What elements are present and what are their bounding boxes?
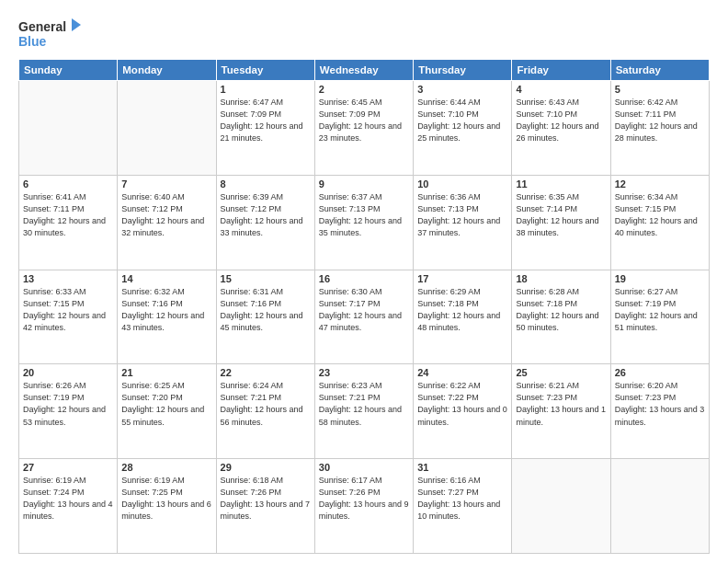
day-number: 14 [121, 273, 211, 284]
day-number: 12 [615, 178, 705, 190]
day-info: Sunrise: 6:34 AM Sunset: 7:15 PM Dayligh… [615, 191, 705, 239]
day-number: 15 [221, 273, 311, 284]
calendar-week-row: 27Sunrise: 6:19 AM Sunset: 7:24 PM Dayli… [19, 459, 710, 554]
col-header-saturday: Saturday [610, 60, 709, 81]
day-info: Sunrise: 6:19 AM Sunset: 7:25 PM Dayligh… [121, 475, 211, 523]
calendar-cell: 6Sunrise: 6:41 AM Sunset: 7:11 PM Daylig… [19, 175, 118, 270]
col-header-sunday: Sunday [19, 60, 118, 81]
calendar-cell [118, 81, 216, 176]
header: GeneralBlue [18, 17, 710, 52]
calendar-cell: 31Sunrise: 6:16 AM Sunset: 7:27 PM Dayli… [414, 459, 512, 554]
calendar-cell: 20Sunrise: 6:26 AM Sunset: 7:19 PM Dayli… [19, 364, 118, 459]
day-info: Sunrise: 6:20 AM Sunset: 7:23 PM Dayligh… [615, 380, 705, 428]
calendar-cell: 27Sunrise: 6:19 AM Sunset: 7:24 PM Dayli… [19, 459, 118, 554]
calendar-cell: 21Sunrise: 6:25 AM Sunset: 7:20 PM Dayli… [118, 364, 216, 459]
calendar-cell [512, 459, 610, 554]
day-number: 20 [23, 367, 113, 378]
logo-svg: GeneralBlue [18, 17, 83, 52]
day-info: Sunrise: 6:47 AM Sunset: 7:09 PM Dayligh… [221, 97, 311, 144]
calendar-week-row: 20Sunrise: 6:26 AM Sunset: 7:19 PM Dayli… [19, 364, 710, 459]
calendar-cell: 19Sunrise: 6:27 AM Sunset: 7:19 PM Dayli… [610, 270, 709, 364]
day-info: Sunrise: 6:41 AM Sunset: 7:11 PM Dayligh… [23, 191, 113, 239]
calendar-cell: 12Sunrise: 6:34 AM Sunset: 7:15 PM Dayli… [610, 175, 709, 270]
calendar-cell: 11Sunrise: 6:35 AM Sunset: 7:14 PM Dayli… [512, 175, 610, 270]
day-number: 31 [417, 462, 507, 473]
day-number: 9 [319, 178, 409, 190]
calendar-cell: 7Sunrise: 6:40 AM Sunset: 7:12 PM Daylig… [118, 175, 216, 270]
day-info: Sunrise: 6:26 AM Sunset: 7:19 PM Dayligh… [23, 380, 113, 428]
day-info: Sunrise: 6:39 AM Sunset: 7:12 PM Dayligh… [221, 191, 311, 239]
day-number: 8 [221, 178, 311, 190]
day-number: 26 [615, 367, 705, 378]
day-info: Sunrise: 6:32 AM Sunset: 7:16 PM Dayligh… [121, 286, 211, 334]
calendar-cell: 5Sunrise: 6:42 AM Sunset: 7:11 PM Daylig… [610, 81, 709, 176]
day-number: 16 [319, 273, 409, 284]
page: GeneralBlue SundayMondayTuesdayWednesday… [0, 0, 728, 563]
calendar-cell: 23Sunrise: 6:23 AM Sunset: 7:21 PM Dayli… [314, 364, 413, 459]
col-header-tuesday: Tuesday [216, 60, 314, 81]
calendar-cell: 1Sunrise: 6:47 AM Sunset: 7:09 PM Daylig… [216, 81, 314, 176]
day-number: 25 [516, 367, 606, 378]
calendar-header-row: SundayMondayTuesdayWednesdayThursdayFrid… [19, 60, 710, 81]
day-number: 21 [121, 367, 211, 378]
day-number: 2 [319, 84, 409, 95]
day-info: Sunrise: 6:25 AM Sunset: 7:20 PM Dayligh… [121, 380, 211, 428]
day-number: 18 [516, 273, 606, 284]
day-number: 13 [23, 273, 113, 284]
day-number: 28 [121, 462, 211, 473]
calendar-cell: 17Sunrise: 6:29 AM Sunset: 7:18 PM Dayli… [414, 270, 512, 364]
day-info: Sunrise: 6:21 AM Sunset: 7:23 PM Dayligh… [516, 380, 606, 428]
day-info: Sunrise: 6:37 AM Sunset: 7:13 PM Dayligh… [319, 191, 409, 239]
day-number: 6 [23, 178, 113, 190]
calendar-cell: 13Sunrise: 6:33 AM Sunset: 7:15 PM Dayli… [19, 270, 118, 364]
col-header-thursday: Thursday [414, 60, 512, 81]
day-info: Sunrise: 6:31 AM Sunset: 7:16 PM Dayligh… [221, 286, 311, 334]
day-info: Sunrise: 6:33 AM Sunset: 7:15 PM Dayligh… [23, 286, 113, 334]
day-info: Sunrise: 6:19 AM Sunset: 7:24 PM Dayligh… [23, 475, 113, 523]
day-number: 29 [221, 462, 311, 473]
logo: GeneralBlue [18, 17, 83, 52]
day-number: 4 [516, 84, 606, 95]
calendar-cell: 26Sunrise: 6:20 AM Sunset: 7:23 PM Dayli… [610, 364, 709, 459]
calendar-cell: 4Sunrise: 6:43 AM Sunset: 7:10 PM Daylig… [512, 81, 610, 176]
calendar-cell [610, 459, 709, 554]
day-info: Sunrise: 6:17 AM Sunset: 7:26 PM Dayligh… [319, 475, 409, 523]
day-number: 22 [221, 367, 311, 378]
day-info: Sunrise: 6:24 AM Sunset: 7:21 PM Dayligh… [221, 380, 311, 428]
day-info: Sunrise: 6:23 AM Sunset: 7:21 PM Dayligh… [319, 380, 409, 428]
calendar-cell: 14Sunrise: 6:32 AM Sunset: 7:16 PM Dayli… [118, 270, 216, 364]
calendar-cell: 3Sunrise: 6:44 AM Sunset: 7:10 PM Daylig… [414, 81, 512, 176]
calendar-cell: 22Sunrise: 6:24 AM Sunset: 7:21 PM Dayli… [216, 364, 314, 459]
day-number: 10 [417, 178, 507, 190]
calendar-week-row: 6Sunrise: 6:41 AM Sunset: 7:11 PM Daylig… [19, 175, 710, 270]
day-info: Sunrise: 6:29 AM Sunset: 7:18 PM Dayligh… [417, 286, 507, 334]
svg-marker-1 [72, 18, 81, 31]
day-info: Sunrise: 6:27 AM Sunset: 7:19 PM Dayligh… [615, 286, 705, 334]
calendar-cell: 25Sunrise: 6:21 AM Sunset: 7:23 PM Dayli… [512, 364, 610, 459]
day-number: 5 [615, 84, 705, 95]
day-number: 1 [221, 84, 311, 95]
calendar-cell: 16Sunrise: 6:30 AM Sunset: 7:17 PM Dayli… [314, 270, 413, 364]
day-info: Sunrise: 6:42 AM Sunset: 7:11 PM Dayligh… [615, 97, 705, 144]
day-info: Sunrise: 6:16 AM Sunset: 7:27 PM Dayligh… [417, 475, 507, 523]
day-number: 23 [319, 367, 409, 378]
day-number: 3 [417, 84, 507, 95]
day-info: Sunrise: 6:35 AM Sunset: 7:14 PM Dayligh… [516, 191, 606, 239]
day-info: Sunrise: 6:45 AM Sunset: 7:09 PM Dayligh… [319, 97, 409, 144]
day-info: Sunrise: 6:44 AM Sunset: 7:10 PM Dayligh… [417, 97, 507, 144]
calendar-cell: 18Sunrise: 6:28 AM Sunset: 7:18 PM Dayli… [512, 270, 610, 364]
svg-text:General: General [18, 19, 66, 34]
calendar-cell: 10Sunrise: 6:36 AM Sunset: 7:13 PM Dayli… [414, 175, 512, 270]
day-info: Sunrise: 6:22 AM Sunset: 7:22 PM Dayligh… [417, 380, 507, 428]
day-number: 19 [615, 273, 705, 284]
day-info: Sunrise: 6:28 AM Sunset: 7:18 PM Dayligh… [516, 286, 606, 334]
calendar-cell: 28Sunrise: 6:19 AM Sunset: 7:25 PM Dayli… [118, 459, 216, 554]
calendar-week-row: 13Sunrise: 6:33 AM Sunset: 7:15 PM Dayli… [19, 270, 710, 364]
calendar-cell: 30Sunrise: 6:17 AM Sunset: 7:26 PM Dayli… [314, 459, 413, 554]
calendar-cell: 15Sunrise: 6:31 AM Sunset: 7:16 PM Dayli… [216, 270, 314, 364]
day-number: 27 [23, 462, 113, 473]
calendar-cell: 2Sunrise: 6:45 AM Sunset: 7:09 PM Daylig… [314, 81, 413, 176]
day-number: 11 [516, 178, 606, 190]
day-info: Sunrise: 6:36 AM Sunset: 7:13 PM Dayligh… [417, 191, 507, 239]
calendar-cell: 29Sunrise: 6:18 AM Sunset: 7:26 PM Dayli… [216, 459, 314, 554]
